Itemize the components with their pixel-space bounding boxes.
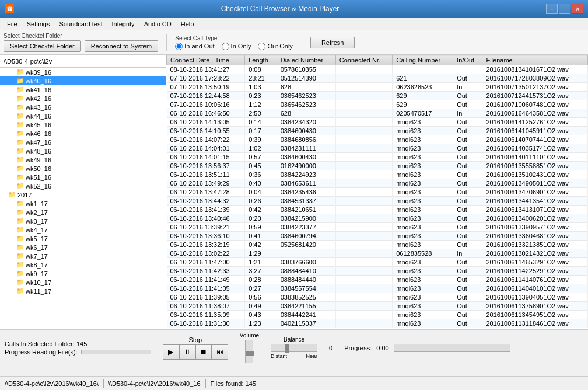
tree-item[interactable]: 📁wk8_17: [0, 260, 166, 269]
tree-item[interactable]: 📁wk10_17: [0, 278, 166, 287]
table-row[interactable]: 07-10-2016 10:06:161:120365462523629Out2…: [167, 100, 588, 109]
table-row[interactable]: 06-10-2016 11:39:050:560383852525mnqi623…: [167, 293, 588, 302]
menu-integrity[interactable]: Integrity: [107, 19, 139, 29]
table-cell: 2:50: [245, 109, 277, 118]
table-cell: 20161006141252761O2.wav: [482, 118, 588, 127]
progress-reading-label: Progress Reading File(s):: [5, 349, 78, 356]
tree-item[interactable]: 📁wk9_17: [0, 269, 166, 278]
tree-item[interactable]: 📁wk5_17: [0, 234, 166, 243]
radio-in-only[interactable]: In Only: [222, 43, 251, 50]
tree-item[interactable]: 📁wk39_16: [0, 68, 166, 76]
table-row[interactable]: 06-10-2016 13:36:100:410384600794mnqi623…: [167, 232, 588, 241]
table-cell: 20161007124415731O2.wav: [482, 92, 588, 100]
tree-item[interactable]: 📁wk48_16: [0, 147, 166, 155]
table-row[interactable]: 06-10-2016 13:49:290:400384653611mnqi623…: [167, 179, 588, 188]
table-row[interactable]: 06-10-2016 13:44:320:260384531337mnqi623…: [167, 197, 588, 206]
play-button[interactable]: ▶: [163, 344, 179, 360]
table-row[interactable]: 06-10-2016 11:41:490:280888484440mnqi623…: [167, 276, 588, 284]
tree-item[interactable]: 📁wk44_16: [0, 112, 166, 120]
rewind-button[interactable]: ⏮: [212, 344, 228, 360]
table-cell: 06-10-2016 16:46:50: [167, 109, 245, 118]
table-container[interactable]: Connect Date - TimeLengthDialed NumberCo…: [166, 55, 588, 329]
tree-item[interactable]: 📁wk41_16: [0, 85, 166, 94]
reconnect-button[interactable]: Reconnect to System: [85, 40, 159, 52]
table-cell: [335, 170, 392, 179]
table-row[interactable]: 06-10-2016 13:51:110:360384224923mnqi623…: [167, 170, 588, 179]
tree-item[interactable]: 📁2017: [0, 190, 166, 199]
tree-item[interactable]: 📁wk42_16: [0, 94, 166, 103]
tree-item[interactable]: 📁wk46_16: [0, 129, 166, 138]
menu-audio-cd[interactable]: Audio CD: [139, 19, 176, 29]
tree-item[interactable]: 📁wk51_16: [0, 173, 166, 182]
pause-button[interactable]: ⏸: [179, 344, 195, 360]
table-row[interactable]: 06-10-2016 14:01:150:570384600430mnqi623…: [167, 153, 588, 162]
radio-in-and-out[interactable]: In and Out: [175, 43, 214, 50]
maximize-button[interactable]: □: [559, 4, 570, 14]
table-cell: 0:57: [245, 153, 277, 162]
table-cell: Out: [453, 241, 482, 249]
table-row[interactable]: 07-10-2016 13:50:191:036280623628523In20…: [167, 83, 588, 92]
table-row[interactable]: 06-10-2016 13:47:280:040384235436mnqi623…: [167, 188, 588, 197]
menu-soundcard[interactable]: Soundcard test: [54, 19, 107, 29]
table-row[interactable]: 06-10-2016 13:56:370:450162490000mnqi623…: [167, 162, 588, 170]
tree-item[interactable]: 📁wk45_16: [0, 120, 166, 129]
table-row[interactable]: 06-10-2016 14:04:011:020384231111mnqi623…: [167, 144, 588, 153]
tree-item[interactable]: 📁wk52_16: [0, 182, 166, 190]
stop-button[interactable]: ⏹: [195, 344, 212, 360]
table-cell: [335, 214, 392, 223]
table-cell: mnqi623: [393, 311, 453, 319]
table-cell: 0525681420: [276, 241, 335, 249]
tree-item[interactable]: 📁wk2_17: [0, 208, 166, 217]
table-row[interactable]: 06-10-2016 13:02:221:290612835528In20161…: [167, 249, 588, 258]
table-row[interactable]: 06-10-2016 11:42:333:270888484410mnqi623…: [167, 267, 588, 276]
close-button[interactable]: ✕: [572, 4, 583, 14]
tree-item[interactable]: 📁wk7_17: [0, 252, 166, 260]
table-row[interactable]: 06-10-2016 13:32:190:420525681420mnqi623…: [167, 241, 588, 249]
tree-item[interactable]: 📁wk50_16: [0, 164, 166, 173]
tree-item[interactable]: 📁wk11_17: [0, 287, 166, 295]
table-row[interactable]: 06-10-2016 14:10:550:170384600430mnqi623…: [167, 127, 588, 135]
table-row[interactable]: 06-10-2016 13:40:460:200384215900mnqi623…: [167, 214, 588, 223]
tree-item[interactable]: 📁wk1_17: [0, 199, 166, 208]
menu-help[interactable]: Help: [176, 19, 199, 29]
tree-item[interactable]: 📁wk3_17: [0, 217, 166, 225]
radio-out-only[interactable]: Out Only: [258, 43, 292, 50]
minimize-button[interactable]: ─: [546, 4, 558, 14]
progress-bar[interactable]: [394, 344, 510, 352]
radio-in-only-input[interactable]: [222, 43, 229, 50]
table-cell: In: [453, 249, 482, 258]
tree-item[interactable]: 📁wk43_16: [0, 103, 166, 112]
tree-item[interactable]: 📁wk40_16: [0, 76, 166, 85]
tree-item[interactable]: 📁wk49_16: [0, 155, 166, 164]
menu-file[interactable]: File: [2, 19, 22, 29]
tree-container[interactable]: 📁wk39_16📁wk40_16📁wk41_16📁wk42_16📁wk43_16…: [0, 68, 166, 329]
radio-in-and-out-input[interactable]: [175, 43, 183, 50]
balance-slider[interactable]: [271, 344, 317, 352]
title-bar-left: ☎: [5, 4, 14, 13]
table-cell: [335, 302, 392, 311]
table-row[interactable]: 06-10-2016 11:47:001:210383766600mnqi623…: [167, 258, 588, 267]
volume-slider[interactable]: [245, 340, 253, 363]
refresh-button[interactable]: Refresh: [310, 37, 355, 48]
table-row[interactable]: 06-10-2016 14:07:220:390384680856mnqi623…: [167, 135, 588, 144]
table-row[interactable]: 06-10-2016 16:46:502:506280205470517In20…: [167, 109, 588, 118]
tree-item[interactable]: 📁wk4_17: [0, 225, 166, 234]
table-row[interactable]: 07-10-2016 12:44:580:230365462523629Out2…: [167, 92, 588, 100]
table-row[interactable]: 06-10-2016 13:41:390:420384210651mnqi623…: [167, 206, 588, 214]
table-cell: 0384215900: [276, 214, 335, 223]
radio-out-only-input[interactable]: [258, 43, 265, 50]
table-row[interactable]: 06-10-2016 13:39:210:590384223377mnqi623…: [167, 223, 588, 232]
table-row[interactable]: 06-10-2016 11:31:301:230402115037mnqi623…: [167, 319, 588, 328]
table-row[interactable]: 08-10-2016 13:41:270:0805786103552016100…: [167, 65, 588, 74]
table-cell: 0:40: [245, 179, 277, 188]
menu-settings[interactable]: Settings: [22, 19, 55, 29]
tree-item[interactable]: 📁wk47_16: [0, 138, 166, 147]
table-row[interactable]: 06-10-2016 11:35:090:430384442241mnqi623…: [167, 311, 588, 319]
table-row[interactable]: 07-10-2016 17:28:2223:210512514390621Out…: [167, 74, 588, 83]
tree-item[interactable]: 📁wk6_17: [0, 243, 166, 252]
table-row[interactable]: 06-10-2016 14:13:050:140384234320mnqi623…: [167, 118, 588, 127]
table-row[interactable]: 06-10-2016 11:38:070:490384221155mnqi623…: [167, 302, 588, 311]
select-folder-button[interactable]: Select Checktel Folder: [4, 40, 81, 52]
table-row[interactable]: 06-10-2016 11:41:050:270384557554mnqi623…: [167, 284, 588, 293]
table-cell: 0384224923: [276, 170, 335, 179]
